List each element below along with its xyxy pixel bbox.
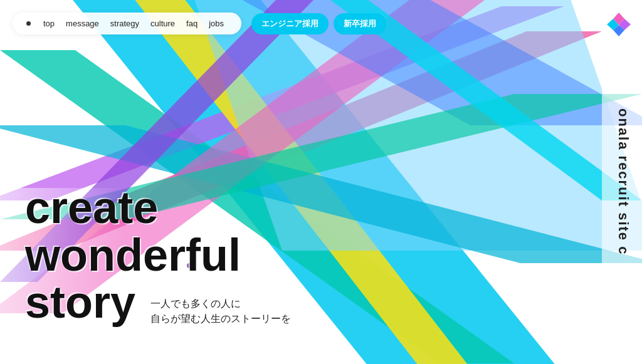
nav-strategy[interactable]: strategy	[107, 19, 143, 28]
nav-jobs[interactable]: jobs	[205, 19, 228, 28]
nav-faq[interactable]: faq	[182, 19, 201, 28]
nav-message[interactable]: message	[62, 19, 103, 28]
hero-line2: wonderful	[25, 232, 291, 279]
nav-pill: top message strategy culture faq jobs	[13, 13, 241, 34]
nav-top[interactable]: top	[39, 19, 58, 28]
engineer-button[interactable]: エンジニア採用	[251, 13, 329, 34]
hero-line1: create	[25, 184, 291, 232]
vertical-site-text: onala recruit site c	[604, 0, 642, 364]
hero-sub1: 一人でも多くの人に	[150, 296, 291, 311]
nav-buttons: エンジニア採用 新卒採用	[251, 13, 386, 34]
nav-dot	[26, 21, 31, 26]
newgrad-button[interactable]: 新卒採用	[334, 13, 386, 34]
hero-line3: story	[25, 279, 135, 326]
nav-culture[interactable]: culture	[147, 19, 179, 28]
hero-sub2: 自らが望む人生のストーリーを	[150, 311, 291, 326]
hero-subtitle: 一人でも多くの人に 自らが望む人生のストーリーを	[150, 296, 291, 326]
logo[interactable]	[606, 11, 632, 38]
navbar: top message strategy culture faq jobs エン…	[13, 13, 604, 34]
hero-content: create wonderful story 一人でも多くの人に 自らが望む人生…	[25, 184, 291, 326]
